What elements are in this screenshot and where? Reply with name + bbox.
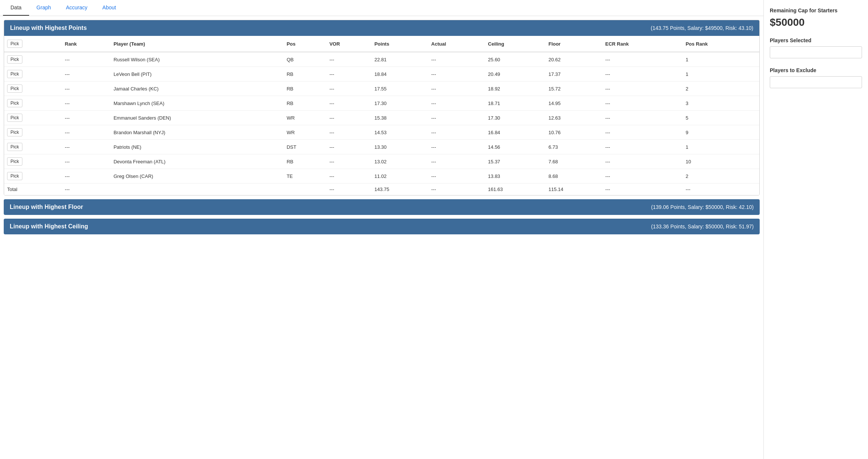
col-header-player: Player (Team): [111, 36, 283, 52]
col-header-ceiling: Ceiling: [485, 36, 546, 52]
col-header-pos: Pos: [283, 36, 326, 52]
players-selected-section: Players Selected: [770, 37, 862, 58]
table-row: Pick --- Greg Olsen (CAR) TE --- 11.02 -…: [4, 169, 759, 184]
lineup-highest-points-table: Pick Rank Player (Team) Pos VOR Points A…: [4, 36, 759, 195]
cell-player-8: Greg Olsen (CAR): [111, 169, 283, 184]
cell-rank-7: ---: [62, 154, 111, 169]
cell-pos-rank-3: 3: [683, 96, 759, 111]
players-exclude-label: Players to Exclude: [770, 67, 862, 73]
cell-vor-1: ---: [326, 67, 371, 81]
cell-points-4: 15.38: [371, 111, 428, 125]
pick-button-0[interactable]: Pick: [7, 55, 22, 64]
table-row: Pick --- Patriots (NE) DST --- 13.30 ---…: [4, 140, 759, 154]
pick-button-2[interactable]: Pick: [7, 84, 22, 93]
players-exclude-input[interactable]: [770, 76, 862, 88]
cell-actual-1: ---: [428, 67, 485, 81]
cell-pick-7: Pick: [4, 154, 62, 169]
table-row: Pick --- Russell Wilson (SEA) QB --- 22.…: [4, 52, 759, 67]
pick-all-button[interactable]: Pick: [7, 40, 22, 48]
cell-actual-4: ---: [428, 111, 485, 125]
total-rank: ---: [62, 184, 111, 195]
cell-points-8: 11.02: [371, 169, 428, 184]
cell-pick-8: Pick: [4, 169, 62, 184]
tab-graph[interactable]: Graph: [29, 0, 59, 16]
cell-floor-0: 20.62: [545, 52, 602, 67]
total-row: Total --- --- 143.75 --- 161.63 115.14 -…: [4, 184, 759, 195]
pick-button-6[interactable]: Pick: [7, 143, 22, 151]
cell-rank-2: ---: [62, 81, 111, 96]
pick-button-4[interactable]: Pick: [7, 114, 22, 122]
cell-vor-5: ---: [326, 125, 371, 140]
col-header-pos-rank: Pos Rank: [683, 36, 759, 52]
cell-pos-1: RB: [283, 67, 326, 81]
cell-vor-2: ---: [326, 81, 371, 96]
total-ceiling: 161.63: [485, 184, 546, 195]
cell-pick-5: Pick: [4, 125, 62, 140]
pick-button-7[interactable]: Pick: [7, 157, 22, 166]
pick-button-5[interactable]: Pick: [7, 128, 22, 136]
cell-ecr-rank-4: ---: [602, 111, 683, 125]
cell-ecr-rank-5: ---: [602, 125, 683, 140]
cell-pos-rank-0: 1: [683, 52, 759, 67]
cell-floor-7: 7.68: [545, 154, 602, 169]
cell-points-2: 17.55: [371, 81, 428, 96]
table-row: Pick --- Emmanuel Sanders (DEN) WR --- 1…: [4, 111, 759, 125]
cell-actual-3: ---: [428, 96, 485, 111]
cell-ecr-rank-1: ---: [602, 67, 683, 81]
cell-pos-rank-5: 9: [683, 125, 759, 140]
cell-floor-8: 8.68: [545, 169, 602, 184]
lineup-highest-floor[interactable]: Lineup with Highest Floor (139.06 Points…: [4, 199, 760, 215]
remaining-cap-label: Remaining Cap for Starters: [770, 7, 862, 13]
players-selected-input[interactable]: [770, 46, 862, 58]
cell-actual-8: ---: [428, 169, 485, 184]
cell-rank-3: ---: [62, 96, 111, 111]
col-header-rank: Rank: [62, 36, 111, 52]
table-row: Pick --- Brandon Marshall (NYJ) WR --- 1…: [4, 125, 759, 140]
cell-rank-8: ---: [62, 169, 111, 184]
cell-actual-0: ---: [428, 52, 485, 67]
cell-ceiling-4: 17.30: [485, 111, 546, 125]
cell-pos-rank-1: 1: [683, 67, 759, 81]
pick-button-3[interactable]: Pick: [7, 99, 22, 107]
lineup-highest-ceiling-info: (133.36 Points, Salary: $50000, Risk: 51…: [651, 224, 754, 230]
cell-actual-6: ---: [428, 140, 485, 154]
pick-button-8[interactable]: Pick: [7, 172, 22, 180]
cell-pos-rank-6: 1: [683, 140, 759, 154]
total-vor: ---: [326, 184, 371, 195]
cell-ceiling-6: 14.56: [485, 140, 546, 154]
cell-floor-6: 6.73: [545, 140, 602, 154]
cell-ceiling-0: 25.60: [485, 52, 546, 67]
cell-ceiling-8: 13.83: [485, 169, 546, 184]
lineup-highest-ceiling[interactable]: Lineup with Highest Ceiling (133.36 Poin…: [4, 219, 760, 234]
total-actual: ---: [428, 184, 485, 195]
cell-vor-4: ---: [326, 111, 371, 125]
cell-ceiling-7: 15.37: [485, 154, 546, 169]
total-player: [111, 184, 283, 195]
cell-actual-7: ---: [428, 154, 485, 169]
col-header-actual: Actual: [428, 36, 485, 52]
lineup-highest-ceiling-header[interactable]: Lineup with Highest Ceiling (133.36 Poin…: [4, 219, 760, 234]
cell-player-4: Emmanuel Sanders (DEN): [111, 111, 283, 125]
sidebar: Remaining Cap for Starters $50000 Player…: [763, 0, 868, 459]
total-points: 143.75: [371, 184, 428, 195]
cell-pick-1: Pick: [4, 67, 62, 81]
cell-ceiling-3: 18.71: [485, 96, 546, 111]
lineup-highest-floor-header[interactable]: Lineup with Highest Floor (139.06 Points…: [4, 199, 760, 215]
cell-points-1: 18.84: [371, 67, 428, 81]
pick-button-1[interactable]: Pick: [7, 70, 22, 78]
cell-player-1: LeVeon Bell (PIT): [111, 67, 283, 81]
tab-data[interactable]: Data: [3, 0, 29, 16]
lineup-highest-floor-info: (139.06 Points, Salary: $50000, Risk: 42…: [651, 204, 754, 210]
col-header-ecr-rank: ECR Rank: [602, 36, 683, 52]
cell-pos-rank-4: 5: [683, 111, 759, 125]
cell-pick-4: Pick: [4, 111, 62, 125]
cell-pos-rank-2: 2: [683, 81, 759, 96]
tab-accuracy[interactable]: Accuracy: [59, 0, 95, 16]
cell-rank-1: ---: [62, 67, 111, 81]
players-exclude-section: Players to Exclude: [770, 67, 862, 88]
lineup-highest-points-header: Lineup with Highest Points (143.75 Point…: [4, 20, 759, 36]
table-row: Pick --- Devonta Freeman (ATL) RB --- 13…: [4, 154, 759, 169]
lineup-highest-ceiling-title: Lineup with Highest Ceiling: [10, 223, 88, 230]
cell-ecr-rank-7: ---: [602, 154, 683, 169]
tab-about[interactable]: About: [95, 0, 124, 16]
